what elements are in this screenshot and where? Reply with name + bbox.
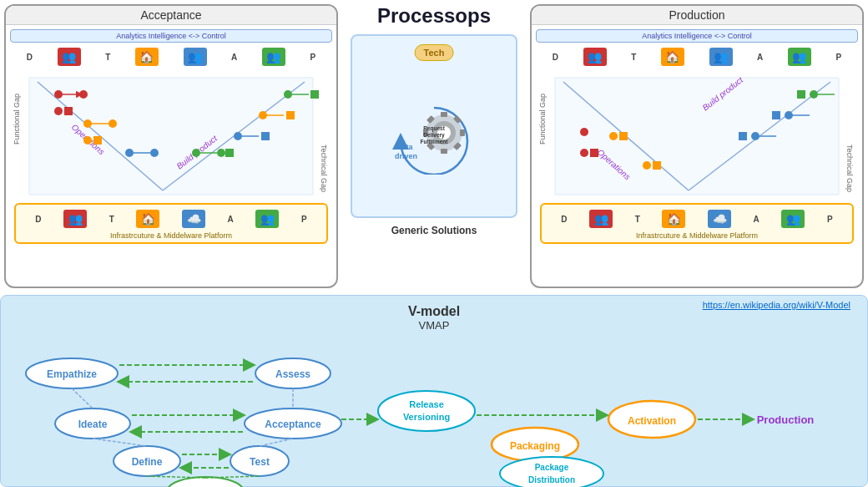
svg-rect-23 [225, 149, 234, 157]
svg-point-15 [83, 136, 92, 145]
production-infra-label: Infrastrcuture & Middelware Platform [546, 231, 848, 240]
production-bottom-icon-row: D 👥 T 🏠 ☁️ A 👥 P [546, 207, 848, 231]
svg-point-67 [580, 128, 588, 136]
svg-point-68 [609, 132, 618, 140]
pro-bot-t: T [635, 215, 640, 224]
pro-bot-d: D [561, 215, 567, 224]
svg-text:Fulfillment: Fulfillment [421, 139, 449, 145]
svg-text:Test: Test [250, 456, 270, 468]
acc-t-icon: 🏠 [135, 48, 159, 66]
svg-rect-66 [590, 149, 598, 157]
production-inner: Analytics Intelligence <-> Control D 👥 T… [536, 29, 858, 285]
production-top-icons: D 👥 T 🏠 👥 A 👥 P [536, 45, 858, 69]
pro-bot-a-icon: ☁️ [708, 210, 731, 228]
svg-rect-26 [261, 132, 270, 140]
svg-text:Technical Gap: Technical Gap [845, 145, 854, 192]
acc-a-label: A [231, 53, 237, 62]
production-diagonal-svg: Build product Operations Functional Gap … [536, 69, 858, 203]
svg-rect-71 [653, 161, 661, 170]
svg-point-56 [810, 90, 818, 99]
svg-text:Packaging: Packaging [510, 440, 560, 452]
acc-a-icon: 👥 [184, 48, 207, 66]
acceptance-diagonal: Operations Build product Functional Gap … [10, 69, 332, 203]
acceptance-inner: Analytics Intelligence <-> Control D 👥 T… [10, 29, 332, 285]
svg-rect-11 [64, 107, 73, 115]
svg-text:Package: Package [535, 463, 569, 472]
pro-d-icon: 👥 [583, 48, 607, 66]
svg-marker-0 [29, 78, 313, 195]
acc-d-label: D [27, 53, 33, 62]
pro-bot-d-icon: 👥 [589, 210, 613, 228]
svg-rect-37 [441, 112, 447, 117]
acc-bot-p-icon: 👥 [255, 210, 279, 228]
acc-bot-t: T [109, 215, 114, 224]
svg-text:Activation: Activation [628, 415, 676, 427]
main-container: Acceptance Analytics Intelligence <-> Co… [0, 0, 868, 487]
svg-text:Ideate: Ideate [78, 419, 108, 430]
svg-rect-64 [739, 132, 747, 140]
production-title: Production [532, 6, 862, 25]
acc-bot-p: P [301, 215, 307, 224]
processops-title: Processops [377, 4, 491, 28]
pro-p-label: P [836, 53, 842, 62]
svg-rect-58 [797, 90, 805, 99]
acc-d-icon: 👥 [58, 48, 81, 66]
svg-text:Functional Gap: Functional Gap [538, 94, 547, 145]
svg-line-110 [260, 439, 293, 446]
vmodel-svg: Empathize Assess Ideate Acceptance [1, 336, 868, 487]
svg-text:Delivery: Delivery [423, 132, 445, 139]
svg-text:Versioning: Versioning [403, 412, 450, 422]
svg-point-12 [83, 119, 92, 128]
svg-text:Data: Data [396, 143, 414, 151]
svg-point-17 [125, 149, 134, 157]
acceptance-panel: Acceptance Analytics Intelligence <-> Co… [4, 4, 338, 288]
vmodel-link[interactable]: https://en.wikipedia.org/wiki/V-Model [703, 300, 850, 310]
acc-bot-d: D [35, 215, 41, 224]
pro-a-label: A [757, 53, 763, 62]
svg-text:Empathize: Empathize [47, 368, 97, 380]
svg-point-27 [259, 111, 267, 119]
svg-point-14 [108, 119, 117, 128]
production-diagonal: Build product Operations Functional Gap … [536, 69, 858, 203]
svg-text:Acceptance: Acceptance [265, 419, 321, 430]
svg-line-106 [72, 388, 93, 408]
svg-text:Release: Release [409, 399, 444, 409]
svg-point-65 [580, 149, 588, 157]
vmodel-subtitle: VMAP [408, 319, 460, 332]
svg-text:driven: driven [395, 152, 417, 160]
acceptance-top-icons: D 👥 T 🏠 👥 A 👥 P [10, 45, 332, 69]
pro-bot-t-icon: 🏠 [662, 210, 685, 228]
svg-point-70 [643, 161, 651, 170]
pro-d-label: D [553, 53, 558, 62]
acceptance-analytics: Analytics Intelligence <-> Control [10, 29, 332, 43]
svg-line-107 [93, 439, 147, 446]
svg-point-30 [284, 90, 292, 99]
acc-bot-d-icon: 👥 [63, 210, 87, 228]
svg-text:Production: Production [757, 413, 815, 426]
svg-rect-32 [310, 90, 319, 99]
tech-label: Tech [415, 44, 454, 61]
svg-point-92 [378, 391, 475, 431]
pro-t-label: T [631, 53, 636, 62]
svg-rect-29 [286, 111, 295, 119]
svg-point-24 [234, 132, 242, 140]
generic-solutions-label: Generic Solutions [391, 225, 477, 236]
svg-rect-40 [460, 129, 465, 136]
pro-t-icon: 🏠 [661, 48, 684, 66]
pro-bot-a: A [754, 215, 760, 224]
vmodel-section: V-model VMAP https://en.wikipedia.org/wi… [0, 295, 868, 487]
acc-bot-t-icon: 🏠 [136, 210, 159, 228]
vmodel-content: Empathize Assess Ideate Acceptance [1, 336, 867, 487]
svg-rect-16 [93, 136, 102, 145]
vmodel-title: V-model [408, 300, 460, 319]
svg-text:Assess: Assess [275, 368, 310, 380]
acc-bot-a-icon: ☁️ [182, 210, 205, 228]
svg-rect-69 [619, 132, 628, 140]
svg-point-9 [79, 90, 88, 99]
svg-point-10 [54, 107, 63, 115]
acceptance-diagonal-svg: Operations Build product Functional Gap … [10, 69, 332, 203]
svg-point-19 [150, 149, 159, 157]
acceptance-bottom-icon-row: D 👥 T 🏠 ☁️ A 👥 P [20, 207, 322, 231]
acc-bot-a: A [228, 215, 234, 224]
svg-rect-38 [441, 149, 447, 154]
